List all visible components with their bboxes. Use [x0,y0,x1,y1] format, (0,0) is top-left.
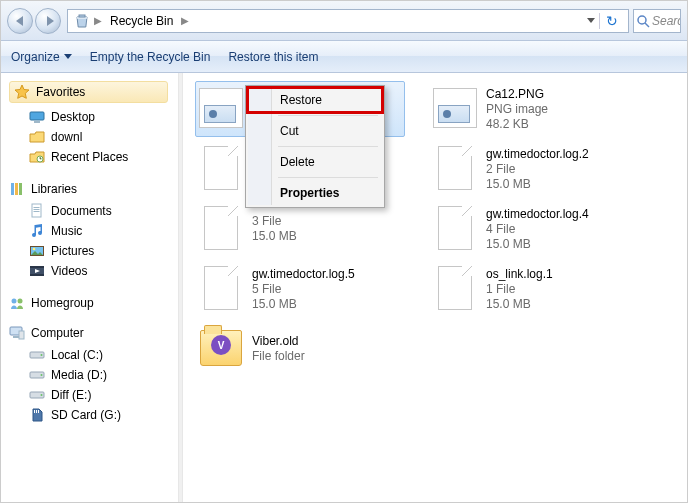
file-size: 15.0 MB [252,297,355,312]
organize-label: Organize [11,50,60,64]
libraries-header[interactable]: Libraries [9,181,178,197]
drive-icon [29,367,45,383]
file-type: 4 File [486,222,589,237]
file-size: 48.2 KB [486,117,548,132]
file-tile[interactable]: os_link.log.11 File15.0 MB [429,261,639,317]
homegroup-header[interactable]: Homegroup [9,295,178,311]
sidebar-item-downl[interactable]: downl [9,127,178,147]
file-thumbnail [198,204,244,252]
forward-button[interactable] [35,8,61,34]
context-menu: Restore Cut Delete Properties [245,85,385,208]
search-placeholder: Search [652,14,681,28]
context-menu-label: Properties [280,186,339,200]
drive-icon [29,387,45,403]
context-menu-separator [278,177,378,178]
music-icon [29,223,45,239]
sidebar-item-documents[interactable]: Documents [9,201,178,221]
file-tile[interactable]: Ca12.PNGPNG image48.2 KB [429,81,639,137]
sidebar-item-music[interactable]: Music [9,221,178,241]
libraries-icon [9,181,25,197]
favorites-group: Favorites Desktop downl Recent Places [9,81,178,167]
context-menu-properties[interactable]: Properties [248,181,382,205]
svg-point-19 [12,299,17,304]
nav-buttons [7,8,61,34]
search-input[interactable]: Search [633,9,681,33]
svg-rect-8 [19,183,22,195]
computer-icon [9,325,25,341]
svg-rect-6 [11,183,14,195]
libraries-label: Libraries [31,182,77,196]
computer-header[interactable]: Computer [9,325,178,341]
homegroup-group: Homegroup [9,295,178,311]
svg-rect-23 [19,331,24,339]
svg-point-29 [41,394,43,396]
back-button[interactable] [7,8,33,34]
file-size: 15.0 MB [252,229,297,244]
sidebar-item-local-c[interactable]: Local (C:) [9,345,178,365]
organize-button[interactable]: Organize [11,50,72,64]
homegroup-icon [9,295,25,311]
svg-rect-18 [30,274,44,276]
sidebar-item-desktop[interactable]: Desktop [9,107,178,127]
file-thumbnail: V [198,324,244,372]
file-thumbnail [432,204,478,252]
file-tile[interactable]: gw.timedoctor.log.55 File15.0 MB [195,261,405,317]
address-right: ↻ [587,13,624,29]
file-name: gw.timedoctor.log.5 [252,267,355,282]
file-meta: os_link.log.11 File15.0 MB [486,264,553,314]
sidebar-item-media-d[interactable]: Media (D:) [9,365,178,385]
file-thumbnail [432,144,478,192]
empty-recycle-bin-button[interactable]: Empty the Recycle Bin [90,50,211,64]
search-icon [636,14,650,31]
context-menu-restore[interactable]: Restore [248,88,382,112]
svg-rect-9 [32,204,41,217]
sidebar-item-diff-e[interactable]: Diff (E:) [9,385,178,405]
address-dropdown-icon[interactable] [587,18,595,23]
homegroup-label: Homegroup [31,296,94,310]
sidebar-item-recent-places[interactable]: Recent Places [9,147,178,167]
address-box[interactable]: ▶ Recycle Bin ▶ ↻ [67,9,629,33]
file-tile[interactable]: 3 File15.0 MB [195,201,405,257]
svg-rect-3 [30,112,44,120]
context-menu-label: Delete [280,155,315,169]
favorites-header[interactable]: Favorites [9,81,168,103]
context-menu-cut[interactable]: Cut [248,119,382,143]
file-tile[interactable]: VViber.oldFile folder [195,321,405,377]
favorites-label: Favorites [36,85,85,99]
file-tile[interactable]: gw.timedoctor.log.22 File15.0 MB [429,141,639,197]
file-type: 3 File [252,214,297,229]
tree-item-label: downl [51,130,82,144]
svg-rect-0 [79,15,85,17]
tree-item-label: Diff (E:) [51,388,91,402]
breadcrumb-location[interactable]: Recycle Bin [104,10,179,32]
file-name: gw.timedoctor.log.2 [486,147,589,162]
documents-icon [29,203,45,219]
file-meta: gw.timedoctor.log.55 File15.0 MB [252,264,355,314]
context-menu-delete[interactable]: Delete [248,150,382,174]
file-thumbnail [198,144,244,192]
context-menu-label: Cut [280,124,299,138]
file-name: Viber.old [252,334,305,349]
computer-label: Computer [31,326,84,340]
svg-point-15 [33,248,36,251]
svg-rect-30 [34,410,35,413]
file-meta: Viber.oldFile folder [252,324,305,374]
libraries-group: Libraries Documents Music Pictures Video… [9,181,178,281]
restore-this-item-button[interactable]: Restore this item [228,50,318,64]
file-meta: gw.timedoctor.log.22 File15.0 MB [486,144,589,194]
tree-item-label: Desktop [51,110,95,124]
sidebar-item-sd-card-g[interactable]: SD Card (G:) [9,405,178,425]
desktop-icon [29,109,45,125]
file-tile[interactable]: gw.timedoctor.log.44 File15.0 MB [429,201,639,257]
refresh-button[interactable]: ↻ [599,13,624,29]
file-type: 2 File [486,162,589,177]
tree-item-label: SD Card (G:) [51,408,121,422]
sidebar-item-videos[interactable]: Videos [9,261,178,281]
tree-item-label: Recent Places [51,150,128,164]
sd-card-icon [29,407,45,423]
restore-label: Restore this item [228,50,318,64]
sidebar-item-pictures[interactable]: Pictures [9,241,178,261]
svg-point-27 [41,374,43,376]
svg-line-2 [645,23,649,27]
chevron-down-icon [64,54,72,59]
